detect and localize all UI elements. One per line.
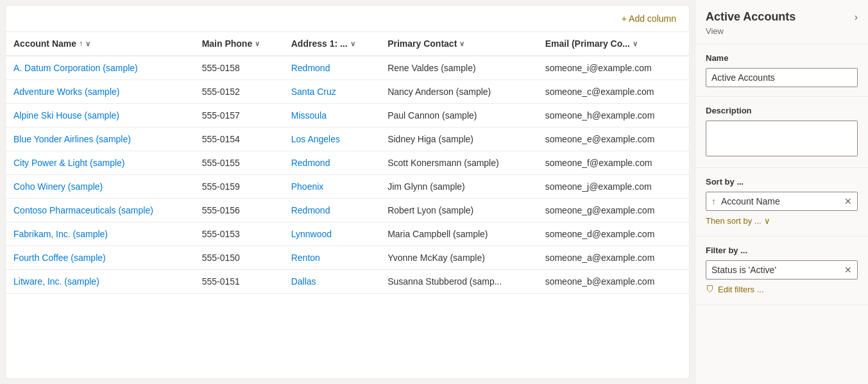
data-table: Account Name ↑ ∨ Main Phone ∨ Addr bbox=[6, 32, 689, 378]
cell-account-name[interactable]: Fourth Coffee (sample) bbox=[6, 246, 194, 270]
cell-address1[interactable]: Redmond bbox=[284, 56, 380, 80]
cell-account-name[interactable]: Alpine Ski House (sample) bbox=[6, 104, 194, 128]
filter-item-text: Status is 'Active' bbox=[711, 265, 844, 275]
table-header-row: Account Name ↑ ∨ Main Phone ∨ Addr bbox=[6, 32, 689, 56]
table-row: Coho Winery (sample)555-0159PhoenixJim G… bbox=[6, 175, 689, 199]
edit-filters-button[interactable]: ⛉ Edit filters ... bbox=[706, 283, 764, 296]
panel-subtitle: View bbox=[695, 26, 868, 44]
cell-main-phone: 555-0158 bbox=[194, 56, 284, 80]
cell-main-phone: 555-0150 bbox=[194, 246, 284, 270]
sort-section-label: Sort by ... bbox=[706, 177, 858, 187]
col-address1[interactable]: Address 1: ... ∨ bbox=[284, 32, 380, 56]
cell-email: someone_a@example.com bbox=[538, 246, 689, 270]
filter-item: Status is 'Active' ✕ bbox=[706, 260, 858, 280]
sort-item-text: Account Name bbox=[721, 196, 844, 206]
table-row: Adventure Works (sample)555-0152Santa Cr… bbox=[6, 80, 689, 104]
cell-account-name[interactable]: A. Datum Corporation (sample) bbox=[6, 56, 194, 80]
cell-account-name[interactable]: City Power & Light (sample) bbox=[6, 151, 194, 175]
cell-account-name[interactable]: Fabrikam, Inc. (sample) bbox=[6, 222, 194, 246]
edit-filters-label: Edit filters ... bbox=[718, 285, 764, 294]
name-input[interactable] bbox=[706, 68, 858, 87]
add-column-button[interactable]: + Add column bbox=[617, 11, 681, 26]
cell-email: someone_h@example.com bbox=[538, 104, 689, 128]
description-section-label: Description bbox=[706, 106, 858, 115]
cell-main-phone: 555-0155 bbox=[194, 151, 284, 175]
cell-account-name[interactable]: Adventure Works (sample) bbox=[6, 80, 194, 104]
cell-main-phone: 555-0152 bbox=[194, 80, 284, 104]
panel-title: Active Accounts bbox=[706, 10, 796, 24]
cell-email: someone_c@example.com bbox=[538, 80, 689, 104]
then-sort-label: Then sort by ... bbox=[706, 216, 762, 226]
sort-up-icon: ↑ bbox=[711, 196, 716, 206]
col-email-label: Email (Primary Co... bbox=[545, 38, 630, 49]
table-row: Blue Yonder Airlines (sample)555-0154Los… bbox=[6, 128, 689, 151]
table-row: Fabrikam, Inc. (sample)555-0153LynnwoodM… bbox=[6, 222, 689, 246]
cell-primary-contact: Nancy Anderson (sample) bbox=[380, 80, 538, 104]
table-row: Alpine Ski House (sample)555-0157Missoul… bbox=[6, 104, 689, 128]
cell-email: someone_j@example.com bbox=[538, 175, 689, 199]
cell-address1[interactable]: Phoenix bbox=[284, 175, 380, 199]
cell-address1[interactable]: Redmond bbox=[284, 151, 380, 175]
col-email[interactable]: Email (Primary Co... ∨ bbox=[538, 32, 689, 56]
cell-main-phone: 555-0153 bbox=[194, 222, 284, 246]
cell-address1[interactable]: Lynnwood bbox=[284, 222, 380, 246]
sort-clear-icon[interactable]: ✕ bbox=[844, 196, 852, 206]
sort-item: ↑ Account Name ✕ bbox=[706, 192, 858, 211]
filter-section: Filter by ... Status is 'Active' ✕ ⛉ Edi… bbox=[695, 237, 868, 305]
col-account-name[interactable]: Account Name ↑ ∨ bbox=[6, 32, 194, 56]
cell-address1[interactable]: Santa Cruz bbox=[284, 80, 380, 104]
col-account-name-label: Account Name bbox=[13, 38, 76, 49]
cell-account-name[interactable]: Coho Winery (sample) bbox=[6, 175, 194, 199]
description-textarea[interactable] bbox=[706, 121, 858, 156]
cell-main-phone: 555-0151 bbox=[194, 270, 284, 294]
table-row: Fourth Coffee (sample)555-0150RentonYvon… bbox=[6, 246, 689, 270]
col-email-chevron: ∨ bbox=[633, 40, 638, 48]
cell-account-name[interactable]: Contoso Pharmaceuticals (sample) bbox=[6, 199, 194, 222]
filter-clear-icon[interactable]: ✕ bbox=[844, 265, 852, 275]
col-primary-contact-label: Primary Contact bbox=[387, 38, 457, 49]
cell-address1[interactable]: Missoula bbox=[284, 104, 380, 128]
cell-address1[interactable]: Los Angeles bbox=[284, 128, 380, 151]
cell-account-name[interactable]: Blue Yonder Airlines (sample) bbox=[6, 128, 194, 151]
cell-main-phone: 555-0157 bbox=[194, 104, 284, 128]
cell-main-phone: 555-0154 bbox=[194, 128, 284, 151]
col-main-phone[interactable]: Main Phone ∨ bbox=[194, 32, 284, 56]
cell-main-phone: 555-0156 bbox=[194, 199, 284, 222]
table-row: City Power & Light (sample)555-0155Redmo… bbox=[6, 151, 689, 175]
table-row: A. Datum Corporation (sample)555-0158Red… bbox=[6, 56, 689, 80]
cell-primary-contact: Scott Konersmann (sample) bbox=[380, 151, 538, 175]
panel-header: Active Accounts › bbox=[695, 0, 868, 26]
col-address1-label: Address 1: ... bbox=[291, 38, 348, 49]
cell-main-phone: 555-0159 bbox=[194, 175, 284, 199]
col-account-name-chevron: ∨ bbox=[85, 40, 90, 48]
cell-address1[interactable]: Renton bbox=[284, 246, 380, 270]
description-section: Description bbox=[695, 97, 868, 168]
table-row: Litware, Inc. (sample)555-0151DallasSusa… bbox=[6, 270, 689, 294]
panel-expand-icon[interactable]: › bbox=[855, 12, 858, 23]
cell-address1[interactable]: Dallas bbox=[284, 270, 380, 294]
cell-email: someone_f@example.com bbox=[538, 151, 689, 175]
cell-primary-contact: Robert Lyon (sample) bbox=[380, 199, 538, 222]
name-section: Name bbox=[695, 44, 868, 97]
col-primary-contact[interactable]: Primary Contact ∨ bbox=[380, 32, 538, 56]
col-main-phone-chevron: ∨ bbox=[255, 40, 260, 48]
table-row: Contoso Pharmaceuticals (sample)555-0156… bbox=[6, 199, 689, 222]
cell-email: someone_e@example.com bbox=[538, 128, 689, 151]
cell-primary-contact: Rene Valdes (sample) bbox=[380, 56, 538, 80]
sort-section: Sort by ... ↑ Account Name ✕ Then sort b… bbox=[695, 168, 868, 237]
cell-primary-contact: Paul Cannon (sample) bbox=[380, 104, 538, 128]
main-table-area: + Add column Account Name ↑ ∨ Main Phone bbox=[5, 5, 690, 379]
col-address1-chevron: ∨ bbox=[350, 40, 355, 48]
cell-primary-contact: Yvonne McKay (sample) bbox=[380, 246, 538, 270]
name-section-label: Name bbox=[706, 53, 858, 63]
cell-primary-contact: Sidney Higa (sample) bbox=[380, 128, 538, 151]
cell-email: someone_b@example.com bbox=[538, 270, 689, 294]
cell-account-name[interactable]: Litware, Inc. (sample) bbox=[6, 270, 194, 294]
cell-address1[interactable]: Redmond bbox=[284, 199, 380, 222]
right-panel: Active Accounts › View Name Description … bbox=[695, 0, 868, 384]
sort-asc-icon: ↑ bbox=[79, 39, 83, 48]
cell-email: someone_i@example.com bbox=[538, 56, 689, 80]
then-sort-chevron: ∨ bbox=[764, 216, 770, 226]
then-sort-button[interactable]: Then sort by ... ∨ bbox=[706, 215, 770, 227]
cell-primary-contact: Susanna Stubberod (samp... bbox=[380, 270, 538, 294]
